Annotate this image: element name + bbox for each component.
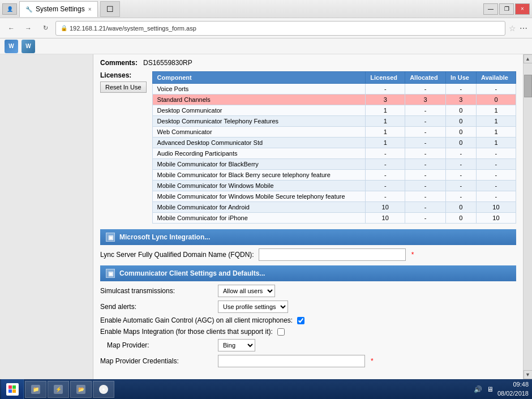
table-cell-1-3: 3 [445,95,476,105]
url-text: 192.168.1.21/wave/system_settings_form.a… [70,25,196,32]
scrollbar[interactable]: ▲ ▼ [523,54,532,379]
fqdn-row: Lync Server Fully Qualified Domain Name … [100,248,516,261]
fqdn-required-star: * [411,251,414,259]
table-cell-11-3: 0 [445,202,476,213]
comm-section-label: Communicator Client Settings and Default… [119,269,265,277]
agc-row: Enable Automatic Gain Control (AGC) on a… [100,316,516,324]
tab-close-button[interactable]: × [88,6,92,12]
content-area: Comments: DS16559830RP Licenses: Reset I… [93,54,523,379]
col-in-use: In Use [445,72,476,84]
chrome-icon: ● [99,385,108,394]
maps-checkbox[interactable] [277,328,285,336]
fqdn-input[interactable] [259,248,406,261]
licenses-label: Licenses: [100,71,131,79]
table-cell-7-0: Mobile Communicator for BlackBerry [152,159,366,170]
comments-label: Comments: [100,59,138,67]
windows-logo-grid [8,385,16,393]
table-cell-8-1: - [366,170,405,181]
table-cell-4-0: Web Communicator [152,127,366,138]
table-cell-6-4: - [476,148,516,159]
table-cell-0-2: - [405,84,446,95]
license-table: Component Licensed Allocated In Use Avai… [152,71,516,224]
favorites-icon-1[interactable]: W [5,40,18,53]
forward-button[interactable]: → [22,22,35,35]
table-cell-12-2: - [405,213,446,224]
taskbar-app-chrome[interactable]: ● [93,381,114,398]
table-cell-9-3: - [445,181,476,191]
table-cell-3-4: 1 [476,116,516,127]
comments-value: DS16559830RP [143,59,192,67]
agc-checkbox[interactable] [297,317,304,324]
table-cell-7-4: - [476,159,516,170]
table-cell-0-3: - [445,84,476,95]
map-credentials-input[interactable] [218,355,365,367]
clock-date: 08/02/2018 [497,389,529,398]
table-cell-4-2: - [405,127,446,138]
map-provider-select[interactable]: BingGoogle [218,339,255,351]
table-cell-10-4: - [476,191,516,202]
tab-favicon: 🔧 [25,6,32,12]
win-logo-q [8,385,12,389]
alerts-select[interactable]: Use profile settingsAlwaysNever [218,301,288,313]
scroll-down-arrow[interactable]: ▼ [524,370,533,379]
table-cell-11-2: - [405,202,446,213]
table-cell-9-2: - [405,181,446,191]
table-cell-10-2: - [405,191,446,202]
active-tab[interactable]: 🔧 System Settings × [19,1,98,17]
table-cell-0-1: - [366,84,405,95]
url-bar[interactable]: 🔒 192.168.1.21/wave/system_settings_form… [55,21,505,36]
maximize-button[interactable]: ❐ [499,3,514,15]
table-cell-11-1: 10 [366,202,405,213]
table-cell-3-2: - [405,116,446,127]
simulcast-label: Simulcast transmissions: [100,287,213,295]
scroll-track[interactable] [524,63,532,370]
table-cell-0-4: - [476,84,516,95]
table-cell-9-1: - [366,181,405,191]
favorites-icon-2[interactable]: W [22,40,35,53]
taskbar-system-icons: 🔊 🖥 [473,384,495,394]
licenses-section: Licenses: Reset In Use Component License… [100,71,516,224]
taskbar-app-terminal[interactable]: ⚡ [48,381,69,398]
bookmark-button[interactable]: ☆ [509,24,516,33]
col-allocated: Allocated [405,72,446,84]
comm-section-header[interactable]: ▣ Communicator Client Settings and Defau… [100,265,516,281]
table-cell-11-0: Mobile Communicator for Android [152,202,366,213]
table-row: Voice Ports---- [152,84,516,95]
table-cell-5-3: 0 [445,138,476,148]
reset-in-use-button[interactable]: Reset In Use [100,81,147,93]
user-icon: 👤 [7,6,13,12]
table-cell-2-3: 0 [445,105,476,116]
map-credentials-required-star: * [371,357,374,365]
scroll-thumb[interactable] [524,75,532,97]
table-cell-3-3: 0 [445,116,476,127]
refresh-button[interactable]: ↻ [38,22,52,35]
sidebar [0,54,93,379]
new-tab[interactable]: ☐ [100,1,120,17]
table-row: Mobile Communicator for Windows Mobile S… [152,191,516,202]
network-icon: 🖥 [485,384,495,394]
table-row: Mobile Communicator for Windows Mobile--… [152,181,516,191]
table-cell-1-4: 0 [476,95,516,105]
lync-section-header[interactable]: ▣ Microsoft Lync Integration... [100,229,516,245]
back-button[interactable]: ← [5,22,18,35]
table-row: Desktop Communicator1-01 [152,105,516,116]
table-row: Mobile Communicator for Black Berry secu… [152,170,516,181]
browser-menu-button[interactable]: ⋯ [520,24,527,33]
taskbar-app-explorer[interactable]: 📂 [70,381,92,398]
minimize-button[interactable]: — [483,3,498,15]
map-provider-label: Map Provider: [100,341,213,349]
start-button[interactable] [1,379,24,399]
table-cell-2-1: 1 [366,105,405,116]
table-cell-3-1: 1 [366,116,405,127]
taskbar-app-file-explorer[interactable]: 📁 [25,381,46,398]
table-cell-4-4: 1 [476,127,516,138]
win-logo-e [8,389,12,393]
table-cell-7-3: - [445,159,476,170]
close-button[interactable]: × [515,3,530,15]
simulcast-select[interactable]: Allow all usersRestrict usersDisable [218,285,275,297]
table-row: Standard Channels3330 [152,95,516,105]
scroll-up-arrow[interactable]: ▲ [524,54,533,63]
comm-collapse-icon: ▣ [106,269,115,278]
table-row: Mobile Communicator for Android10-010 [152,202,516,213]
col-component: Component [152,72,366,84]
